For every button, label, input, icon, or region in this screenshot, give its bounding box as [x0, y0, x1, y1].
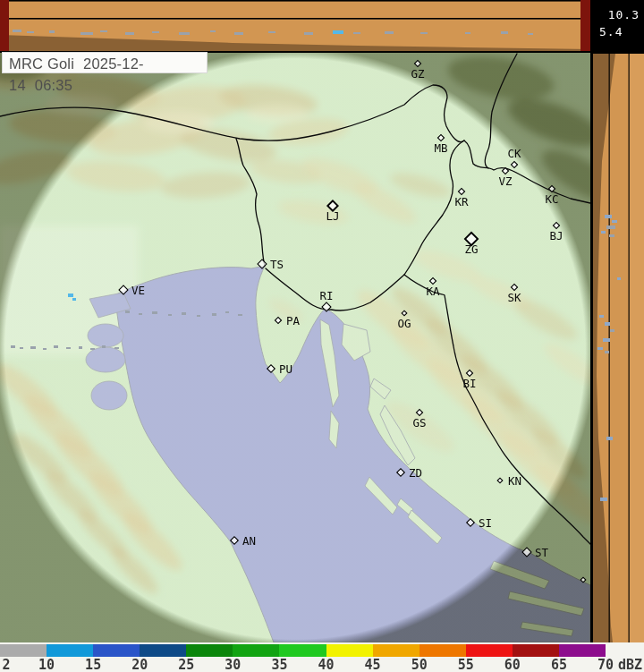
dbz-tick-label: 25	[171, 657, 201, 672]
dbz-unit-label: dBZ	[618, 657, 644, 672]
echo-pixel	[197, 315, 200, 317]
echo-pixel	[600, 498, 607, 501]
echo-pixel	[304, 32, 313, 35]
height-value-bottom: 5.4	[599, 25, 623, 38]
dbz-tick-label: 70	[590, 657, 621, 672]
echo-pixel	[125, 32, 134, 35]
city-label-BI: BI	[462, 377, 476, 390]
radar-title-box: MRC Goli2025-12-1406:35	[2, 52, 208, 73]
echo-pixel	[225, 311, 229, 313]
echo-pixel	[210, 30, 216, 32]
echo-pixel	[66, 347, 71, 349]
echo-pixel	[54, 345, 58, 348]
city-label-MB: MB	[434, 141, 447, 155]
echo-pixel	[20, 347, 23, 349]
dbz-segment	[419, 644, 467, 657]
dbz-tick-label: 10	[31, 657, 62, 672]
city-label-PU: PU	[279, 362, 292, 376]
dbz-tick-label: 15	[78, 657, 108, 672]
city-label-TS: TS	[270, 258, 284, 271]
dbz-segment	[233, 644, 280, 657]
echo-pixel	[49, 30, 55, 33]
echo-pixel	[234, 32, 243, 35]
dbz-tick-label: 40	[311, 657, 342, 672]
city-label-ZG: ZG	[464, 242, 478, 256]
height-scale-box: 10.3 5.4	[590, 0, 644, 54]
echo-pixel	[179, 32, 190, 35]
echo-pixel	[610, 329, 614, 332]
radar-map: GZMBCKVZKRKCLJBJZGTSKASKVERIPAOGPUBIGSZD…	[0, 51, 590, 642]
echo-pixel	[152, 31, 159, 33]
echo-pixel	[80, 32, 93, 35]
top-panel-left-cap	[0, 0, 9, 51]
echo-pixel	[385, 31, 394, 34]
echo-pixel	[603, 338, 610, 342]
echo-pixel	[609, 234, 614, 237]
dbz-tick-label: 65	[544, 657, 574, 672]
city-label-ST: ST	[535, 546, 549, 559]
radar-range-outside	[0, 51, 590, 642]
city-label-GS: GS	[412, 416, 426, 430]
dbz-segment	[279, 644, 326, 657]
echo-pixel	[605, 215, 612, 218]
dbz-segment	[559, 644, 606, 657]
echo-pixel	[617, 277, 621, 280]
city-label-SI: SI	[479, 516, 492, 530]
right-projection-panel	[590, 54, 644, 642]
echo-pixel	[102, 345, 106, 348]
map-canvas: GZMBCKVZKRKCLJBJZGTSKASKVERIPAOGPUBIGSZD…	[0, 51, 590, 642]
dbz-segment	[93, 644, 140, 657]
echo-pixel	[501, 31, 508, 34]
top-projection-panel	[0, 0, 590, 53]
city-label-KC: KC	[545, 192, 558, 206]
echo-pixel	[599, 315, 604, 318]
echo-pixel	[168, 314, 172, 316]
dbz-scale-labels: 210152025303540455055606570dBZ	[0, 657, 644, 672]
echo-pixel	[27, 31, 34, 33]
dbz-segment	[373, 644, 420, 657]
echo-pixel	[114, 347, 119, 349]
city-label-CK: CK	[507, 147, 521, 160]
echo-pixel	[601, 231, 606, 234]
dbz-tick-label: 45	[358, 657, 388, 672]
echo-pixel	[125, 310, 130, 313]
echo-pixel	[182, 312, 186, 315]
city-label-OG: OG	[397, 317, 411, 330]
echo-pixel	[420, 32, 428, 34]
dbz-segment	[47, 644, 94, 657]
dbz-tick-label: 2	[0, 657, 21, 672]
echo-pixel	[90, 348, 95, 350]
dbz-tick-label: 35	[264, 657, 294, 672]
echo-pixel	[605, 351, 609, 353]
echo-pixel	[597, 347, 603, 350]
radar-display-window: GZMBCKVZKRKCLJBJZGTSKASKVERIPAOGPUBIGSZD…	[0, 0, 644, 672]
dbz-tick-label: 55	[451, 657, 481, 672]
height-value-top: 10.3	[608, 8, 640, 21]
city-label-VE: VE	[131, 284, 145, 297]
city-label-KR: KR	[454, 195, 469, 208]
observation-time: 06:35	[35, 77, 72, 93]
echo-pixel	[268, 31, 275, 33]
dbz-segment	[186, 644, 233, 657]
echo-pixel	[353, 32, 360, 34]
echo-pixel	[79, 346, 82, 349]
dbz-segment	[140, 644, 187, 657]
city-label-KA: KA	[426, 285, 440, 298]
dbz-scale-area: 210152025303540455055606570dBZ	[0, 642, 644, 672]
top-panel-right-cap	[580, 0, 590, 51]
echo-pixel	[43, 348, 47, 350]
echo-pixel	[605, 322, 610, 326]
station-name: MRC Goli	[9, 55, 74, 72]
dbz-tick-label: 20	[124, 657, 155, 672]
echo-pixel	[68, 293, 73, 297]
city-label-VZ: VZ	[498, 174, 513, 188]
city-label-SK: SK	[507, 291, 521, 304]
echo-pixel	[11, 345, 15, 348]
echo-pixel	[139, 313, 142, 315]
echo-pixel	[238, 314, 242, 316]
city-label-AN: AN	[242, 534, 256, 548]
dbz-segment	[513, 644, 560, 657]
dbz-segment	[466, 644, 513, 657]
echo-pixel	[100, 30, 107, 32]
dbz-segment	[326, 644, 374, 657]
